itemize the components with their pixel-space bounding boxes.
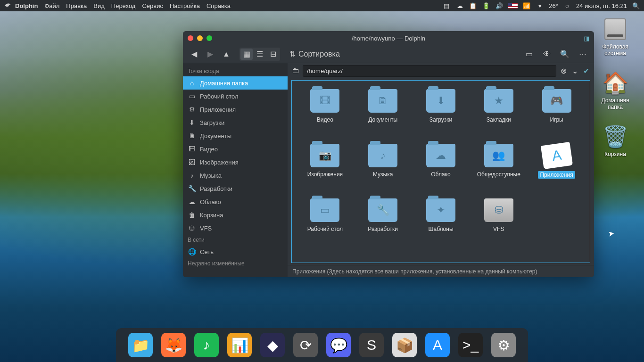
- file-cloud[interactable]: ☁Облако: [413, 144, 469, 197]
- dock-inkscape[interactable]: ◆: [260, 333, 285, 357]
- file-desktop[interactable]: ▭Рабочий стол: [297, 198, 353, 251]
- desktop-icon-home[interactable]: 🏠 Домашняя папка: [595, 71, 636, 110]
- dock-office[interactable]: 📊: [227, 333, 252, 357]
- up-button[interactable]: ▲: [220, 48, 233, 61]
- menu-view[interactable]: Вид: [93, 2, 105, 9]
- sidebar-item-dev[interactable]: 🔧Разработки: [183, 182, 288, 195]
- menu-edit[interactable]: Правка: [66, 2, 87, 9]
- dock-settings[interactable]: ⚙: [491, 333, 516, 357]
- file-label: Документы: [368, 116, 397, 123]
- sidebar-item-downloads[interactable]: ⬇Загрузки: [183, 116, 288, 129]
- chat-icon[interactable]: ▤: [442, 1, 451, 10]
- folder-icon: A: [540, 142, 572, 169]
- sidebar-item-apps[interactable]: ⚙Приложения: [183, 103, 288, 116]
- menu-help[interactable]: Справка: [206, 2, 231, 9]
- dock-discord[interactable]: 💬: [326, 333, 351, 357]
- sidebar-item-music[interactable]: ♪Музыка: [183, 169, 288, 182]
- icon-view-button[interactable]: ▦: [240, 49, 253, 60]
- file-label: Разработки: [368, 226, 398, 232]
- status-text: Приложения (Здесь находятся все ваши при…: [292, 268, 537, 275]
- minimize-button[interactable]: [197, 35, 203, 41]
- dock-appstore[interactable]: A: [425, 333, 450, 357]
- folder-icon: ♪: [368, 144, 397, 167]
- file-label: Музыка: [373, 171, 393, 178]
- download-icon: ⬇: [188, 118, 196, 127]
- desktop-icon-filesystem[interactable]: Файловая система: [595, 17, 636, 57]
- sidebar-item-trash[interactable]: 🗑Корзина: [183, 208, 288, 222]
- dock-virtualbox[interactable]: 📦: [392, 333, 417, 357]
- forward-button[interactable]: ▶: [204, 48, 217, 61]
- file-templates[interactable]: ✦Шаблоны: [413, 198, 469, 251]
- file-label: Общедоступные: [477, 171, 520, 178]
- file-games[interactable]: 🎮Игры: [529, 89, 584, 142]
- clipboard-icon[interactable]: 📋: [469, 1, 477, 10]
- music-icon: ♪: [188, 171, 196, 180]
- dock-steam[interactable]: ⟳: [293, 333, 318, 357]
- accept-location-icon[interactable]: ✔: [582, 66, 590, 75]
- menu-file[interactable]: Файл: [44, 2, 59, 9]
- sidebar-item-net[interactable]: 🌐Сеть: [183, 245, 288, 258]
- menu-button[interactable]: ⋯: [576, 48, 589, 61]
- window-keep-above-icon[interactable]: ◨: [584, 35, 589, 42]
- file-apps[interactable]: AПриложения: [529, 144, 584, 197]
- file-documents[interactable]: 🗎Документы: [355, 89, 411, 142]
- file-music[interactable]: ♪Музыка: [355, 144, 411, 197]
- search-icon[interactable]: 🔍: [632, 1, 640, 10]
- sidebar-section-network: В сети: [183, 235, 288, 245]
- sidebar-item-cloud[interactable]: ☁Облако: [183, 195, 288, 208]
- weather-temp[interactable]: 26°: [549, 2, 558, 9]
- keyboard-layout-flag-icon[interactable]: [508, 3, 518, 8]
- sort-control[interactable]: ⇅ Сортировка: [289, 49, 340, 58]
- sidebar-item-label: Изображения: [200, 159, 239, 166]
- status-bar: Приложения (Здесь находятся все ваши при…: [288, 265, 594, 277]
- sidebar-item-documents[interactable]: 🗎Документы: [183, 129, 288, 142]
- trash-icon: 🗑: [188, 211, 196, 219]
- close-button[interactable]: [188, 35, 193, 41]
- location-dropdown-icon[interactable]: ⌄: [570, 66, 579, 75]
- sidebar-item-label: Музыка: [200, 172, 222, 179]
- camera-icon: 📷: [319, 149, 331, 162]
- wifi-icon[interactable]: 📶: [522, 1, 531, 10]
- dock-spotify[interactable]: ♪: [194, 333, 219, 357]
- file-grid[interactable]: 🎞Видео🗎Документы⬇Загрузки★Закладки🎮Игры📷…: [291, 80, 590, 263]
- maximize-button[interactable]: [206, 35, 212, 41]
- volume-icon[interactable]: 🔊: [495, 1, 504, 10]
- dropdown-icon[interactable]: ▾: [536, 1, 544, 10]
- file-label: Закладки: [487, 116, 511, 123]
- menu-go[interactable]: Переход: [111, 2, 136, 9]
- menu-tools[interactable]: Сервис: [142, 2, 163, 9]
- sidebar-item-vfs[interactable]: ⛁VFS: [183, 222, 288, 235]
- search-button[interactable]: 🔍: [558, 48, 571, 61]
- weather-cloud-icon[interactable]: ☁: [455, 1, 464, 10]
- menu-settings[interactable]: Настройка: [170, 2, 200, 9]
- sidebar-item-desktop[interactable]: ▭Рабочий стол: [183, 90, 288, 103]
- sidebar-item-video[interactable]: 🎞Видео: [183, 142, 288, 156]
- new-tab-button[interactable]: ▭: [522, 48, 536, 61]
- file-bookmarks[interactable]: ★Закладки: [471, 89, 526, 142]
- dock-firefox[interactable]: 🦊: [161, 333, 186, 357]
- desktop-icon-trash[interactable]: 🗑️ Корзина: [595, 124, 636, 157]
- file-downloads[interactable]: ⬇Загрузки: [413, 89, 469, 142]
- back-button[interactable]: ◀: [188, 48, 201, 61]
- clock[interactable]: 24 июля, пт. 16:21: [576, 2, 627, 9]
- file-vfs[interactable]: ⛁VFS: [471, 198, 526, 251]
- app-indicator[interactable]: Dolphin: [4, 1, 38, 10]
- sidebar-item-images[interactable]: 🖼Изображения: [183, 156, 288, 169]
- file-public[interactable]: 👥Общедоступные: [471, 144, 526, 197]
- list-view-button[interactable]: ☰: [254, 49, 266, 60]
- sidebar-item-home[interactable]: ⌂Домашняя папка: [183, 76, 288, 90]
- preview-button[interactable]: 👁: [540, 48, 553, 61]
- battery-icon[interactable]: 🔋: [482, 1, 490, 10]
- dock-sublime[interactable]: S: [359, 333, 384, 357]
- dock-terminal[interactable]: >_: [458, 333, 483, 357]
- file-images[interactable]: 📷Изображения: [297, 144, 353, 197]
- dock-dolphin[interactable]: 📁: [128, 333, 153, 357]
- tree-view-button[interactable]: ⊟: [267, 49, 279, 60]
- dev-icon: 🔧: [188, 184, 196, 193]
- window-titlebar[interactable]: /home/nowyuno — Dolphin ◨: [183, 31, 594, 45]
- file-video[interactable]: 🎞Видео: [297, 89, 353, 142]
- file-dev[interactable]: 🔧Разработки: [355, 198, 411, 251]
- clear-location-icon[interactable]: ⊗: [559, 66, 568, 75]
- sidebar-item-label: Загрузки: [200, 119, 224, 126]
- location-input[interactable]: [303, 65, 556, 77]
